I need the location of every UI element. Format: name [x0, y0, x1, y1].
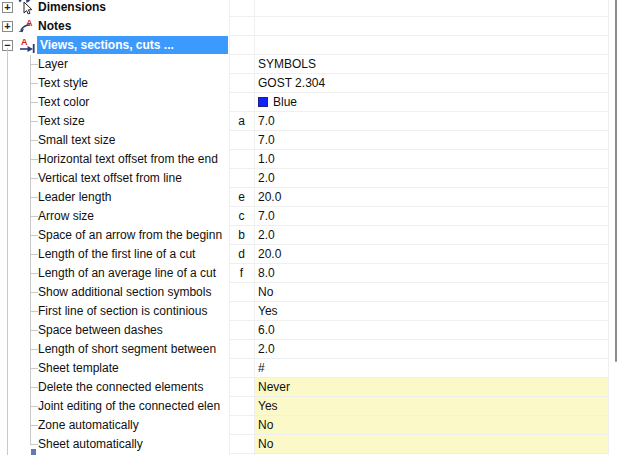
property-label[interactable]: Small text size [0, 131, 229, 150]
property-row-show-additional-symbols[interactable]: Show additional section symbols No [0, 283, 620, 302]
property-label[interactable]: Leader length [0, 188, 229, 207]
property-row-short-segment-length[interactable]: Length of short segment between 2.0 [0, 340, 620, 359]
svg-text:A: A [26, 18, 33, 28]
value-cell [254, 36, 608, 55]
letter-cell [229, 55, 254, 74]
property-row-first-line-length[interactable]: Length of the first line of a cut d 20.0 [0, 245, 620, 264]
property-row-zone-automatically[interactable]: Zone automatically No [0, 416, 620, 435]
property-label[interactable]: Sheet template [0, 359, 229, 378]
property-value[interactable]: No [254, 435, 608, 454]
property-label[interactable]: Horizontal text offset from the end [0, 150, 229, 169]
expand-icon[interactable]: + [2, 21, 13, 32]
property-value[interactable]: # [254, 359, 608, 378]
property-value[interactable]: 6.0 [254, 321, 608, 340]
tree-group-dimensions[interactable]: + Dimensions [0, 0, 620, 17]
property-value[interactable]: Yes [254, 302, 608, 321]
letter-cell: e [229, 188, 254, 207]
property-value[interactable]: SYMBOLS [254, 55, 608, 74]
property-label[interactable]: Show additional section symbols [0, 283, 229, 302]
property-row-small-text-size[interactable]: Small text size 7.0 [0, 131, 620, 150]
property-row-joint-editing[interactable]: Joint editing of the connected elen Yes [0, 397, 620, 416]
expand-icon[interactable]: + [2, 2, 13, 13]
property-value[interactable]: No [254, 283, 608, 302]
tree-group-notes[interactable]: + A Notes [0, 17, 620, 36]
property-row-text-size[interactable]: Text size a 7.0 [0, 112, 620, 131]
property-row-space-between-dashes[interactable]: Space between dashes 6.0 [0, 321, 620, 340]
property-label[interactable]: First line of section is continious [0, 302, 229, 321]
notes-leader-icon: A [18, 18, 36, 34]
property-label[interactable]: Joint editing of the connected elen [0, 397, 229, 416]
property-label[interactable]: Space of an arrow from the beginn [0, 226, 229, 245]
tree-group-label: Views, sections, cuts ... [40, 36, 174, 55]
property-label[interactable]: Arrow size [0, 207, 229, 226]
tree-group-label-cell: − A Views, sections, cuts ... [0, 36, 229, 55]
letter-cell: f [229, 264, 254, 283]
property-value[interactable]: 7.0 [254, 112, 608, 131]
letter-cell [229, 74, 254, 93]
property-label[interactable]: Length of short segment between [0, 340, 229, 359]
grid-line-label-letter [229, 0, 230, 455]
tree-group-label-cell: + Dimensions [0, 0, 229, 17]
property-label[interactable]: Length of an average line of a cut [0, 264, 229, 283]
property-value[interactable]: 2.0 [254, 340, 608, 359]
color-name: Blue [273, 95, 297, 109]
property-row-text-color[interactable]: Text color Blue [0, 93, 620, 112]
property-row-layer[interactable]: Layer SYMBOLS [0, 55, 620, 74]
letter-cell [229, 169, 254, 188]
property-label[interactable]: Space between dashes [0, 321, 229, 340]
scrollbar-thumb[interactable] [615, 0, 617, 362]
letter-cell [229, 340, 254, 359]
tree-group-label: Dimensions [38, 0, 106, 17]
property-row-vertical-text-offset[interactable]: Vertical text offset from line 2.0 [0, 169, 620, 188]
selection-highlight[interactable]: Views, sections, cuts ... [37, 36, 228, 54]
property-label[interactable]: Text size [0, 112, 229, 131]
property-row-average-line-length[interactable]: Length of an average line of a cut f 8.0 [0, 264, 620, 283]
property-row-leader-length[interactable]: Leader length e 20.0 [0, 188, 620, 207]
letter-cell [229, 150, 254, 169]
property-value[interactable]: Never [254, 378, 608, 397]
property-label[interactable]: Vertical text offset from line [0, 169, 229, 188]
property-value[interactable]: 2.0 [254, 169, 608, 188]
property-row-horizontal-text-offset[interactable]: Horizontal text offset from the end 1.0 [0, 150, 620, 169]
property-label[interactable]: Text color [0, 93, 229, 112]
property-label[interactable]: Text style [0, 74, 229, 93]
property-row-sheet-automatically[interactable]: Sheet automatically No [0, 435, 620, 454]
property-value[interactable]: 20.0 [254, 188, 608, 207]
property-value[interactable]: GOST 2.304 [254, 74, 608, 93]
property-value[interactable]: Blue [254, 93, 608, 112]
letter-cell: b [229, 226, 254, 245]
svg-text:A: A [21, 37, 28, 47]
letter-cell [229, 131, 254, 150]
property-row-sheet-template[interactable]: Sheet template # [0, 359, 620, 378]
property-value[interactable]: 7.0 [254, 207, 608, 226]
letter-cell [229, 0, 254, 17]
property-label[interactable]: Layer [0, 55, 229, 74]
property-row-first-line-continuous[interactable]: First line of section is continious Yes [0, 302, 620, 321]
property-row-arrow-size[interactable]: Arrow size c 7.0 [0, 207, 620, 226]
letter-cell [229, 36, 254, 55]
property-value[interactable]: 7.0 [254, 131, 608, 150]
letter-cell [229, 435, 254, 454]
property-value[interactable]: Yes [254, 397, 608, 416]
property-value[interactable]: 8.0 [254, 264, 608, 283]
property-label[interactable]: Length of the first line of a cut [0, 245, 229, 264]
property-label[interactable]: Zone automatically [0, 416, 229, 435]
tree-group-views-sections-cuts[interactable]: − A Views, sections, cuts ... [0, 36, 620, 55]
letter-cell [229, 302, 254, 321]
value-cell [254, 17, 608, 36]
letter-cell [229, 93, 254, 112]
property-row-arrow-space[interactable]: Space of an arrow from the beginn b 2.0 [0, 226, 620, 245]
property-label[interactable]: Delete the connected elements [0, 378, 229, 397]
property-value[interactable]: 2.0 [254, 226, 608, 245]
tree-rows: + Dimensions + A Notes [0, 0, 620, 454]
letter-cell: c [229, 207, 254, 226]
property-row-delete-connected[interactable]: Delete the connected elements Never [0, 378, 620, 397]
letter-cell [229, 321, 254, 340]
letter-cell [229, 378, 254, 397]
property-value[interactable]: 20.0 [254, 245, 608, 264]
property-value[interactable]: No [254, 416, 608, 435]
property-row-text-style[interactable]: Text style GOST 2.304 [0, 74, 620, 93]
letter-cell [229, 397, 254, 416]
property-value[interactable]: 1.0 [254, 150, 608, 169]
tree-child-line [30, 55, 31, 444]
